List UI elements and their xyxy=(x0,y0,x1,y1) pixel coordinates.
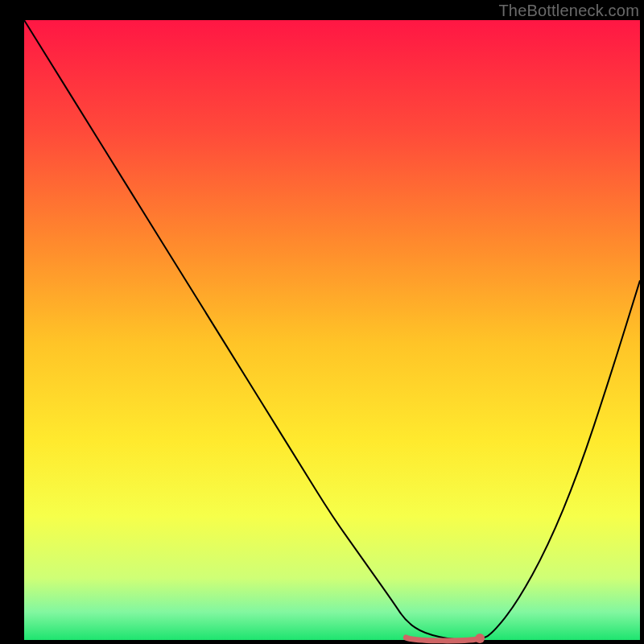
bottleneck-chart xyxy=(0,0,644,644)
chart-frame: TheBottleneck.com xyxy=(0,0,644,644)
watermark-text: TheBottleneck.com xyxy=(498,2,639,20)
gradient-background xyxy=(24,20,640,640)
flat-minimum-segment xyxy=(406,638,480,641)
flat-minimum-end-dot xyxy=(475,634,485,643)
